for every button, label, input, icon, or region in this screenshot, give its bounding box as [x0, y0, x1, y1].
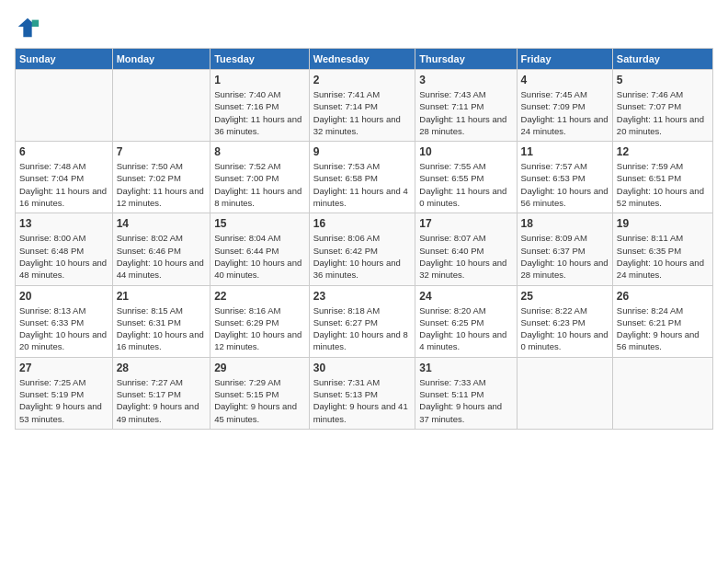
svg-marker-1 [32, 20, 39, 27]
column-header-friday: Friday [517, 49, 612, 70]
day-info: Sunrise: 8:07 AM Sunset: 6:40 PM Dayligh… [419, 232, 512, 281]
day-info: Sunrise: 7:46 AM Sunset: 7:07 PM Dayligh… [617, 88, 709, 137]
day-info: Sunrise: 7:59 AM Sunset: 6:51 PM Dayligh… [617, 160, 709, 209]
day-cell: 6Sunrise: 7:48 AM Sunset: 7:04 PM Daylig… [16, 142, 113, 213]
day-cell [16, 70, 113, 142]
day-cell: 1Sunrise: 7:40 AM Sunset: 7:16 PM Daylig… [210, 70, 310, 142]
day-number: 7 [117, 145, 207, 158]
day-cell: 27Sunrise: 7:25 AM Sunset: 5:19 PM Dayli… [16, 357, 113, 429]
day-cell [612, 357, 712, 429]
day-number: 21 [117, 290, 207, 303]
day-cell: 31Sunrise: 7:33 AM Sunset: 5:11 PM Dayli… [415, 357, 517, 429]
day-number: 9 [313, 145, 412, 158]
day-cell: 9Sunrise: 7:53 AM Sunset: 6:58 PM Daylig… [309, 142, 415, 213]
day-cell: 8Sunrise: 7:52 AM Sunset: 7:00 PM Daylig… [210, 142, 310, 213]
day-number: 22 [214, 290, 305, 303]
day-info: Sunrise: 7:41 AM Sunset: 7:14 PM Dayligh… [313, 88, 412, 137]
column-header-sunday: Sunday [16, 49, 113, 70]
day-cell: 13Sunrise: 8:00 AM Sunset: 6:48 PM Dayli… [16, 213, 113, 285]
day-info: Sunrise: 7:25 AM Sunset: 5:19 PM Dayligh… [19, 376, 108, 425]
day-info: Sunrise: 8:24 AM Sunset: 6:21 PM Dayligh… [617, 304, 709, 353]
day-number: 30 [313, 362, 412, 374]
day-number: 4 [521, 74, 609, 86]
day-number: 1 [214, 74, 305, 86]
day-cell: 10Sunrise: 7:55 AM Sunset: 6:55 PM Dayli… [415, 142, 517, 213]
day-info: Sunrise: 7:27 AM Sunset: 5:17 PM Dayligh… [117, 376, 207, 425]
day-info: Sunrise: 7:43 AM Sunset: 7:11 PM Dayligh… [419, 88, 512, 137]
day-cell [517, 357, 612, 429]
day-cell: 14Sunrise: 8:02 AM Sunset: 6:46 PM Dayli… [112, 213, 210, 285]
day-number: 17 [419, 217, 512, 230]
day-number: 6 [19, 145, 108, 158]
week-row-1: 1Sunrise: 7:40 AM Sunset: 7:16 PM Daylig… [16, 70, 713, 142]
day-cell: 25Sunrise: 8:22 AM Sunset: 6:23 PM Dayli… [517, 285, 612, 357]
day-number: 12 [617, 145, 709, 158]
day-number: 3 [419, 74, 512, 86]
day-number: 15 [214, 217, 305, 230]
day-cell: 7Sunrise: 7:50 AM Sunset: 7:02 PM Daylig… [112, 142, 210, 213]
week-row-5: 27Sunrise: 7:25 AM Sunset: 5:19 PM Dayli… [16, 357, 713, 429]
day-info: Sunrise: 8:04 AM Sunset: 6:44 PM Dayligh… [214, 232, 305, 281]
day-info: Sunrise: 8:00 AM Sunset: 6:48 PM Dayligh… [19, 232, 108, 281]
column-header-saturday: Saturday [612, 49, 712, 70]
header-row: SundayMondayTuesdayWednesdayThursdayFrid… [16, 49, 713, 70]
day-cell: 30Sunrise: 7:31 AM Sunset: 5:13 PM Dayli… [309, 357, 415, 429]
day-number: 31 [419, 362, 512, 374]
day-info: Sunrise: 8:13 AM Sunset: 6:33 PM Dayligh… [19, 304, 108, 353]
day-number: 27 [19, 362, 108, 374]
day-number: 29 [214, 362, 305, 374]
day-cell: 24Sunrise: 8:20 AM Sunset: 6:25 PM Dayli… [415, 285, 517, 357]
day-info: Sunrise: 7:53 AM Sunset: 6:58 PM Dayligh… [313, 160, 412, 209]
column-header-tuesday: Tuesday [210, 49, 310, 70]
day-number: 23 [313, 290, 412, 303]
day-number: 18 [521, 217, 609, 230]
day-number: 2 [313, 74, 412, 86]
day-info: Sunrise: 8:06 AM Sunset: 6:42 PM Dayligh… [313, 232, 412, 281]
day-cell: 26Sunrise: 8:24 AM Sunset: 6:21 PM Dayli… [612, 285, 712, 357]
day-number: 16 [313, 217, 412, 230]
day-info: Sunrise: 7:48 AM Sunset: 7:04 PM Dayligh… [19, 160, 108, 209]
day-cell: 19Sunrise: 8:11 AM Sunset: 6:35 PM Dayli… [612, 213, 712, 285]
calendar-table: SundayMondayTuesdayWednesdayThursdayFrid… [15, 48, 713, 430]
day-cell: 18Sunrise: 8:09 AM Sunset: 6:37 PM Dayli… [517, 213, 612, 285]
day-cell: 3Sunrise: 7:43 AM Sunset: 7:11 PM Daylig… [415, 70, 517, 142]
day-cell: 5Sunrise: 7:46 AM Sunset: 7:07 PM Daylig… [612, 70, 712, 142]
day-info: Sunrise: 7:50 AM Sunset: 7:02 PM Dayligh… [117, 160, 207, 209]
day-number: 24 [419, 290, 512, 303]
day-cell: 28Sunrise: 7:27 AM Sunset: 5:17 PM Dayli… [112, 357, 210, 429]
day-info: Sunrise: 7:29 AM Sunset: 5:15 PM Dayligh… [214, 376, 305, 425]
day-info: Sunrise: 7:45 AM Sunset: 7:09 PM Dayligh… [521, 88, 609, 137]
day-cell: 22Sunrise: 8:16 AM Sunset: 6:29 PM Dayli… [210, 285, 310, 357]
week-row-2: 6Sunrise: 7:48 AM Sunset: 7:04 PM Daylig… [16, 142, 713, 213]
day-info: Sunrise: 7:31 AM Sunset: 5:13 PM Dayligh… [313, 376, 412, 425]
day-info: Sunrise: 8:09 AM Sunset: 6:37 PM Dayligh… [521, 232, 609, 281]
day-number: 19 [617, 217, 709, 230]
week-row-4: 20Sunrise: 8:13 AM Sunset: 6:33 PM Dayli… [16, 285, 713, 357]
column-header-thursday: Thursday [415, 49, 517, 70]
logo-icon [15, 15, 40, 40]
day-number: 13 [19, 217, 108, 230]
week-row-3: 13Sunrise: 8:00 AM Sunset: 6:48 PM Dayli… [16, 213, 713, 285]
day-info: Sunrise: 7:52 AM Sunset: 7:00 PM Dayligh… [214, 160, 305, 209]
day-cell: 17Sunrise: 8:07 AM Sunset: 6:40 PM Dayli… [415, 213, 517, 285]
day-cell: 4Sunrise: 7:45 AM Sunset: 7:09 PM Daylig… [517, 70, 612, 142]
day-info: Sunrise: 7:40 AM Sunset: 7:16 PM Dayligh… [214, 88, 305, 137]
day-number: 5 [617, 74, 709, 86]
day-info: Sunrise: 7:33 AM Sunset: 5:11 PM Dayligh… [419, 376, 512, 425]
day-number: 10 [419, 145, 512, 158]
day-info: Sunrise: 8:11 AM Sunset: 6:35 PM Dayligh… [617, 232, 709, 281]
day-info: Sunrise: 8:02 AM Sunset: 6:46 PM Dayligh… [117, 232, 207, 281]
day-info: Sunrise: 8:22 AM Sunset: 6:23 PM Dayligh… [521, 304, 609, 353]
day-cell: 16Sunrise: 8:06 AM Sunset: 6:42 PM Dayli… [309, 213, 415, 285]
logo [15, 15, 44, 40]
calendar-page: SundayMondayTuesdayWednesdayThursdayFrid… [0, 0, 728, 439]
column-header-monday: Monday [112, 49, 210, 70]
day-cell: 15Sunrise: 8:04 AM Sunset: 6:44 PM Dayli… [210, 213, 310, 285]
day-cell: 12Sunrise: 7:59 AM Sunset: 6:51 PM Dayli… [612, 142, 712, 213]
day-number: 14 [117, 217, 207, 230]
day-number: 8 [214, 145, 305, 158]
day-info: Sunrise: 8:20 AM Sunset: 6:25 PM Dayligh… [419, 304, 512, 353]
day-cell: 21Sunrise: 8:15 AM Sunset: 6:31 PM Dayli… [112, 285, 210, 357]
day-info: Sunrise: 8:16 AM Sunset: 6:29 PM Dayligh… [214, 304, 305, 353]
day-number: 11 [521, 145, 609, 158]
